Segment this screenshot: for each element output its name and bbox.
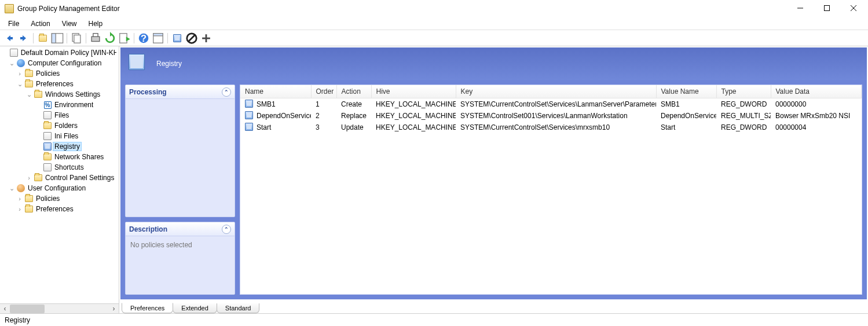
print-button[interactable] (89, 32, 102, 45)
table-row[interactable]: SMB11CreateHKEY_LOCAL_MACHINESYSTEM\Curr… (240, 98, 862, 111)
copy-button[interactable] (69, 32, 83, 45)
cell-hive: HKEY_LOCAL_MACHINE (371, 122, 456, 133)
menu-file[interactable]: File (2, 19, 25, 29)
registry-table[interactable]: Name Order Action Hive Key Value Name Ty… (240, 85, 862, 133)
app-icon (5, 4, 14, 13)
col-value-data[interactable]: Value Data (771, 85, 862, 98)
tree-node-policy-root[interactable]: Default Domain Policy [WIN-KH (0, 47, 119, 58)
tree-node-policies[interactable]: Policies (0, 68, 119, 79)
up-button[interactable] (36, 32, 50, 45)
scroll-track[interactable] (10, 304, 109, 314)
tab-extended[interactable]: Extended (173, 303, 217, 313)
svg-text:?: ? (141, 32, 147, 43)
toolbar-separator (167, 33, 168, 43)
cell-value-data: 00000004 (771, 122, 862, 133)
table-header-row[interactable]: Name Order Action Hive Key Value Name Ty… (240, 85, 862, 98)
menu-bar: File Action View Help (0, 17, 868, 30)
menu-view[interactable]: View (56, 19, 83, 29)
tree-node-user-configuration[interactable]: User Configuration (0, 183, 119, 193)
tree-node-network-shares[interactable]: Network Shares (0, 152, 119, 162)
toolbar-separator (33, 33, 34, 43)
cell-type: REG_DWORD (716, 122, 771, 133)
svg-rect-7 (120, 33, 127, 43)
tree-node-folders[interactable]: Folders (0, 120, 119, 131)
scroll-right-button[interactable]: › (109, 304, 119, 314)
content-area: Registry Processing ⌃ De (120, 47, 867, 300)
description-panel-title: Description (129, 225, 167, 233)
tree-node-user-preferences[interactable]: Preferences (0, 204, 119, 214)
processing-panel-body (126, 99, 235, 217)
minimize-button[interactable] (787, 0, 814, 16)
side-panels: Processing ⌃ Description ⌃ No policies s… (125, 85, 235, 295)
cell-type: REG_MULTI_SZ (716, 110, 771, 122)
description-panel: Description ⌃ No policies selected (125, 222, 235, 295)
col-order[interactable]: Order (311, 85, 336, 98)
navigation-tree[interactable]: Default Domain Policy [WIN-KH Computer C… (0, 46, 119, 303)
cell-type: REG_DWORD (716, 98, 771, 111)
scroll-left-button[interactable]: ‹ (0, 304, 10, 314)
cell-key: SYSTEM\CurrentControlSet\Services\Lanman… (456, 98, 656, 111)
stop-button[interactable] (185, 32, 199, 45)
col-value-name[interactable]: Value Name (656, 85, 716, 98)
menu-help[interactable]: Help (83, 19, 109, 29)
description-panel-body: No policies selected (126, 236, 235, 294)
tree-node-user-policies[interactable]: Policies (0, 193, 119, 204)
col-action[interactable]: Action (336, 85, 371, 98)
tree-node-shortcuts[interactable]: Shortcuts (0, 162, 119, 173)
menu-action[interactable]: Action (25, 19, 56, 29)
main-body: Default Domain Policy [WIN-KH Computer C… (0, 46, 868, 313)
properties-button[interactable] (151, 32, 165, 45)
bottom-tabs: Preferences Extended Standard (119, 301, 868, 313)
svg-rect-5 (91, 36, 100, 41)
status-bar: Registry (0, 313, 868, 326)
tree-node-windows-settings[interactable]: Windows Settings (0, 89, 119, 100)
cell-key: SYSTEM\ControlSet001\Services\LanmanWork… (456, 110, 656, 122)
tree-node-registry[interactable]: Registry (0, 141, 119, 152)
col-hive[interactable]: Hive (371, 85, 456, 98)
cell-order: 2 (311, 110, 336, 122)
svg-rect-6 (93, 33, 98, 36)
cell-value-name: SMB1 (656, 98, 716, 111)
tree-horizontal-scrollbar[interactable]: ‹ › (0, 303, 119, 313)
registry-list-panel: Name Order Action Hive Key Value Name Ty… (240, 85, 862, 295)
maximize-button[interactable] (814, 0, 840, 16)
col-type[interactable]: Type (716, 85, 771, 98)
back-button[interactable] (2, 32, 16, 45)
tree-node-preferences[interactable]: Preferences (0, 79, 119, 89)
window-title: Group Policy Management Editor (17, 5, 787, 13)
toolbar-separator (86, 33, 86, 43)
status-text: Registry (5, 316, 30, 324)
add-button[interactable] (199, 32, 213, 45)
cell-hive: HKEY_LOCAL_MACHINE (371, 98, 456, 111)
window-controls (787, 0, 867, 17)
show-hide-tree-button[interactable] (50, 32, 64, 45)
refresh-button[interactable] (103, 32, 117, 45)
collapse-icon[interactable]: ⌃ (222, 225, 231, 234)
close-button[interactable] (840, 0, 867, 16)
export-button[interactable] (118, 32, 131, 45)
collapse-icon[interactable]: ⌃ (222, 87, 231, 97)
scroll-thumb[interactable] (10, 305, 45, 313)
tree-node-environment[interactable]: %Environment (0, 100, 119, 110)
cell-hive: HKEY_LOCAL_MACHINE (371, 110, 456, 122)
table-row[interactable]: DependOnService2ReplaceHKEY_LOCAL_MACHIN… (240, 110, 862, 122)
registry-item-icon (245, 111, 254, 120)
tree-node-ini-files[interactable]: Ini Files (0, 131, 119, 141)
filter-button[interactable] (170, 32, 184, 45)
forward-button[interactable] (17, 32, 31, 45)
help-button[interactable]: ? (137, 32, 151, 45)
processing-panel-title: Processing (129, 88, 167, 96)
detail-pane: Registry Processing ⌃ De (119, 46, 868, 313)
cell-name: SMB1 (257, 100, 276, 108)
svg-rect-11 (153, 33, 163, 35)
tab-preferences[interactable]: Preferences (122, 303, 173, 313)
table-row[interactable]: Start3UpdateHKEY_LOCAL_MACHINESYSTEM\Cur… (240, 122, 862, 133)
tree-node-control-panel-settings[interactable]: Control Panel Settings (0, 173, 119, 183)
cell-action: Replace (336, 110, 371, 122)
tree-node-computer-configuration[interactable]: Computer Configuration (0, 58, 119, 68)
col-key[interactable]: Key (456, 85, 656, 98)
tab-standard[interactable]: Standard (217, 303, 260, 313)
toolbar-separator (134, 33, 134, 43)
col-name[interactable]: Name (240, 85, 311, 98)
tree-node-files[interactable]: Files (0, 110, 119, 120)
